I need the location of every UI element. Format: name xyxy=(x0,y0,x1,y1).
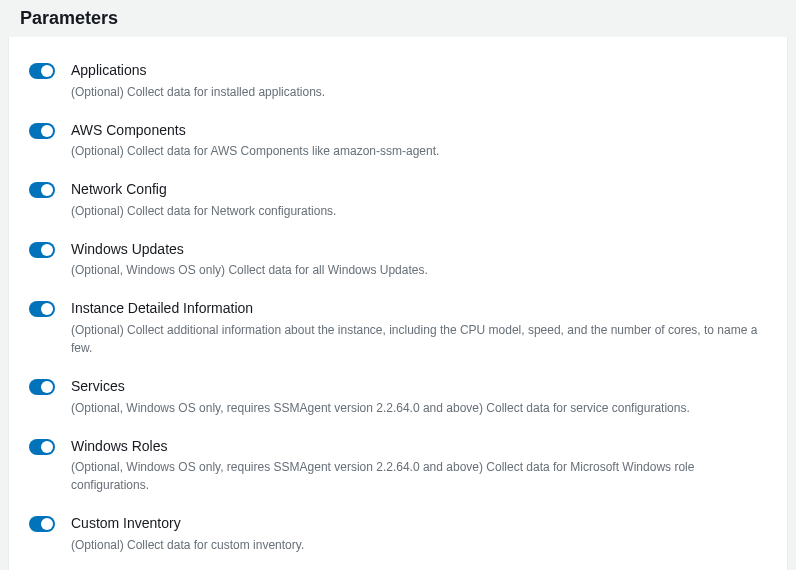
toggle-knob-icon xyxy=(41,381,53,393)
param-text: Network Config (Optional) Collect data f… xyxy=(71,180,767,220)
param-windows-roles: Windows Roles (Optional, Windows OS only… xyxy=(29,425,767,503)
toggle-knob-icon xyxy=(41,303,53,315)
param-label: Instance Detailed Information xyxy=(71,299,767,319)
param-text: Windows Updates (Optional, Windows OS on… xyxy=(71,240,767,280)
toggle-wrap xyxy=(29,121,63,139)
toggle-knob-icon xyxy=(41,65,53,77)
toggle-knob-icon xyxy=(41,125,53,137)
parameters-title: Parameters xyxy=(20,8,776,29)
param-description: (Optional) Collect data for AWS Componen… xyxy=(71,142,767,160)
toggle-windows-roles[interactable] xyxy=(29,439,55,455)
toggle-aws-components[interactable] xyxy=(29,123,55,139)
toggle-wrap xyxy=(29,514,63,532)
param-label: Custom Inventory xyxy=(71,514,767,534)
param-billing-info: Billing Info (Optional) Collect billing … xyxy=(29,562,767,570)
param-text: Applications (Optional) Collect data for… xyxy=(71,61,767,101)
param-description: (Optional, Windows OS only, requires SSM… xyxy=(71,458,767,494)
param-label: AWS Components xyxy=(71,121,767,141)
toggle-wrap xyxy=(29,377,63,395)
toggle-knob-icon xyxy=(41,441,53,453)
param-text: Instance Detailed Information (Optional)… xyxy=(71,299,767,357)
param-services: Services (Optional, Windows OS only, req… xyxy=(29,365,767,425)
param-label: Services xyxy=(71,377,767,397)
param-description: (Optional, Windows OS only, requires SSM… xyxy=(71,399,767,417)
toggle-applications[interactable] xyxy=(29,63,55,79)
param-text: Windows Roles (Optional, Windows OS only… xyxy=(71,437,767,495)
toggle-instance-detailed-information[interactable] xyxy=(29,301,55,317)
param-description: (Optional) Collect data for Network conf… xyxy=(71,202,767,220)
param-text: Services (Optional, Windows OS only, req… xyxy=(71,377,767,417)
param-aws-components: AWS Components (Optional) Collect data f… xyxy=(29,109,767,169)
param-description: (Optional) Collect data for custom inven… xyxy=(71,536,767,554)
toggle-wrap xyxy=(29,240,63,258)
toggle-custom-inventory[interactable] xyxy=(29,516,55,532)
toggle-network-config[interactable] xyxy=(29,182,55,198)
parameters-header: Parameters xyxy=(0,0,796,37)
param-instance-detailed-information: Instance Detailed Information (Optional)… xyxy=(29,287,767,365)
toggle-wrap xyxy=(29,61,63,79)
param-windows-updates: Windows Updates (Optional, Windows OS on… xyxy=(29,228,767,288)
toggle-wrap xyxy=(29,299,63,317)
param-applications: Applications (Optional) Collect data for… xyxy=(29,49,767,109)
param-description: (Optional) Collect additional informatio… xyxy=(71,321,767,357)
toggle-windows-updates[interactable] xyxy=(29,242,55,258)
toggle-knob-icon xyxy=(41,518,53,530)
param-description: (Optional) Collect data for installed ap… xyxy=(71,83,767,101)
param-label: Windows Roles xyxy=(71,437,767,457)
toggle-knob-icon xyxy=(41,244,53,256)
param-label: Applications xyxy=(71,61,767,81)
param-custom-inventory: Custom Inventory (Optional) Collect data… xyxy=(29,502,767,562)
param-description: (Optional, Windows OS only) Collect data… xyxy=(71,261,767,279)
param-text: AWS Components (Optional) Collect data f… xyxy=(71,121,767,161)
param-label: Windows Updates xyxy=(71,240,767,260)
toggle-wrap xyxy=(29,180,63,198)
toggle-knob-icon xyxy=(41,184,53,196)
parameters-panel: Applications (Optional) Collect data for… xyxy=(8,37,788,570)
toggle-services[interactable] xyxy=(29,379,55,395)
toggle-wrap xyxy=(29,437,63,455)
param-text: Custom Inventory (Optional) Collect data… xyxy=(71,514,767,554)
param-label: Network Config xyxy=(71,180,767,200)
param-network-config: Network Config (Optional) Collect data f… xyxy=(29,168,767,228)
